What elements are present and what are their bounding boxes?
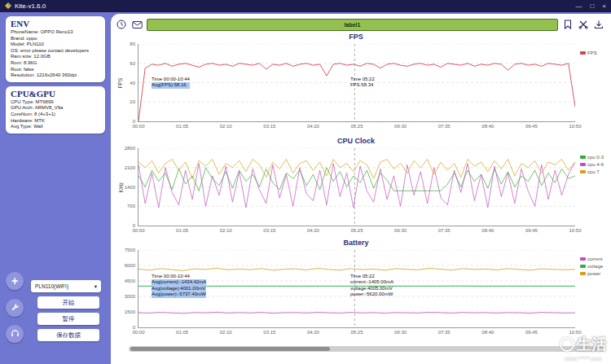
info-line: Resolution: 1216x2640 360dpi bbox=[11, 72, 100, 79]
x-axis-tick: 05:25 bbox=[350, 124, 363, 129]
pause-button[interactable]: 暂停 bbox=[37, 313, 99, 325]
tooltip-line: Time 05:22 bbox=[350, 77, 375, 83]
legend-label: cpu 4-6 bbox=[587, 162, 604, 167]
x-axis-tick: 07:35 bbox=[438, 330, 451, 335]
legend-swatch-icon bbox=[580, 265, 586, 268]
scrollbar-thumb[interactable] bbox=[130, 347, 330, 351]
toolbar: label1 bbox=[116, 19, 604, 31]
info-line: Brand: oppo bbox=[11, 36, 100, 42]
x-axis-tick: 01:05 bbox=[176, 228, 188, 233]
bookmark-button[interactable] bbox=[562, 20, 574, 31]
device-select-value: PLN110(WIFI) bbox=[35, 283, 68, 289]
legend-item[interactable]: current bbox=[580, 257, 603, 261]
legend-item[interactable]: voltage bbox=[580, 264, 603, 269]
info-line: Hardware: MTK bbox=[11, 118, 100, 125]
start-button[interactable]: 开始 bbox=[37, 296, 99, 309]
legend-swatch-icon bbox=[580, 257, 586, 261]
legend-label: power bbox=[587, 271, 600, 276]
x-axis-tick: 06:30 bbox=[394, 228, 407, 233]
x-axis-tick: 00:00 bbox=[132, 228, 144, 233]
wrench-icon bbox=[11, 300, 20, 315]
window-titlebar: Kite-v1.6.0 — □ × bbox=[0, 0, 611, 12]
x-axis-tick: 06:30 bbox=[394, 124, 407, 129]
legend-swatch-icon bbox=[580, 163, 586, 166]
y-axis-tick: 40 bbox=[130, 81, 135, 86]
x-axis-tick: 07:35 bbox=[438, 124, 451, 129]
x-axis-tick: 08:40 bbox=[481, 330, 494, 335]
x-axis-tick: 04:20 bbox=[307, 228, 319, 233]
chart-legend: currentvoltagepower bbox=[580, 257, 603, 276]
legend-item[interactable]: FPS bbox=[580, 50, 597, 55]
fps-plot-area[interactable]: FPS 02040608000:0001:0502:1003:1504:2005… bbox=[138, 44, 575, 122]
x-axis-tick: 10:50 bbox=[569, 124, 581, 129]
label-bar[interactable]: label1 bbox=[147, 19, 558, 31]
y-axis-tick: 60 bbox=[130, 61, 135, 66]
tooltip-line: power:-5620.00mW bbox=[350, 292, 393, 298]
env-card-title: ENV bbox=[11, 19, 100, 29]
settings-wrench-button[interactable] bbox=[6, 299, 24, 317]
x-axis-tick: 02:10 bbox=[220, 124, 232, 129]
message-button[interactable] bbox=[131, 20, 143, 31]
x-axis-tick: 05:25 bbox=[350, 228, 363, 233]
history-button[interactable] bbox=[116, 20, 127, 31]
x-axis-tick: 01:05 bbox=[176, 124, 188, 129]
x-axis-tick: 05:25 bbox=[350, 330, 363, 335]
x-axis-tick: 03:15 bbox=[263, 124, 275, 129]
legend-swatch-icon bbox=[580, 272, 586, 275]
info-line: CoreNum: 8 (4+3+1) bbox=[11, 112, 100, 118]
y-axis-label: KHz bbox=[118, 182, 124, 191]
x-axis-tick: 00:00 bbox=[132, 330, 144, 335]
cpugpu-card: CPU&GPU CPU Type: MT6899GPU Arch: ARMV8_… bbox=[6, 86, 105, 134]
cpu-plot-area[interactable]: KHz 070014002100280000:0001:0502:1003:15… bbox=[138, 148, 575, 226]
horizontal-scrollbar[interactable] bbox=[129, 346, 604, 352]
close-button[interactable]: × bbox=[602, 2, 606, 10]
legend-item[interactable]: cpu 7 bbox=[580, 169, 604, 174]
legend-label: cpu 7 bbox=[587, 169, 600, 174]
minimize-button[interactable]: — bbox=[575, 2, 582, 10]
legend-swatch-icon bbox=[580, 156, 586, 159]
x-axis-tick: 08:40 bbox=[481, 124, 494, 129]
info-line: Avg Type: Wall bbox=[11, 124, 100, 130]
tooltip-line: Time 05:22 bbox=[350, 274, 393, 280]
export-button[interactable] bbox=[593, 20, 604, 31]
info-line: Ram size: 12.0GB bbox=[11, 54, 100, 60]
info-line: Model: PLN110 bbox=[11, 42, 100, 48]
legend-item[interactable]: cpu 0-3 bbox=[580, 155, 604, 160]
series-line bbox=[138, 162, 575, 208]
x-axis-tick: 07:35 bbox=[438, 228, 451, 233]
legend-label: voltage bbox=[587, 264, 603, 269]
chart-tooltip: Time 00:00-10:44Avg(FPS):58.16 bbox=[152, 77, 190, 89]
y-axis-tick: 700 bbox=[127, 204, 135, 208]
legend-item[interactable]: power bbox=[580, 271, 603, 276]
maximize-button[interactable]: □ bbox=[590, 2, 594, 10]
info-line: Rom: 8.96G bbox=[11, 60, 100, 67]
scissors-icon bbox=[578, 18, 588, 33]
y-axis-tick: 2100 bbox=[125, 165, 135, 170]
support-headset-button[interactable] bbox=[6, 325, 24, 343]
save-data-button[interactable]: 保存数据 bbox=[37, 329, 99, 341]
series-line bbox=[138, 312, 575, 313]
x-axis-tick: 09:45 bbox=[525, 330, 538, 335]
x-axis-tick: 10:50 bbox=[569, 330, 581, 335]
y-axis-tick: 80 bbox=[130, 42, 135, 46]
battery-plot-area[interactable]: 01500300045006000750000:0001:0502:1003:1… bbox=[138, 250, 575, 328]
chart-title: CPU Clock bbox=[138, 137, 574, 145]
legend-label: cpu 0-3 bbox=[587, 155, 604, 160]
add-button[interactable]: + bbox=[6, 272, 24, 290]
x-axis-tick: 01:05 bbox=[176, 330, 188, 335]
download-icon bbox=[594, 18, 604, 33]
env-info-list: PhoneName: OPPO Reno13Brand: oppoModel: … bbox=[11, 29, 100, 79]
info-line: CPU Type: MT6899 bbox=[11, 99, 100, 106]
chart-tooltip: Time 00:00-10:44Avg(current):-1434.42mAA… bbox=[152, 274, 206, 298]
mail-icon bbox=[132, 18, 143, 33]
chart-canvas[interactable] bbox=[138, 148, 575, 226]
scissors-button[interactable] bbox=[578, 20, 589, 31]
legend-item[interactable]: cpu 4-6 bbox=[580, 162, 604, 167]
legend-label: current bbox=[587, 257, 603, 261]
x-axis-tick: 02:10 bbox=[220, 330, 232, 335]
device-select[interactable]: PLN110(WIFI) ▾ bbox=[31, 280, 101, 292]
tooltip-line: Time 00:00-10:44 bbox=[152, 274, 206, 280]
y-axis-tick: 1500 bbox=[125, 309, 135, 314]
cpugpu-info-list: CPU Type: MT6899GPU Arch: ARMV8_V9aCoreN… bbox=[11, 99, 100, 130]
info-line: PhoneName: OPPO Reno13 bbox=[11, 29, 100, 36]
